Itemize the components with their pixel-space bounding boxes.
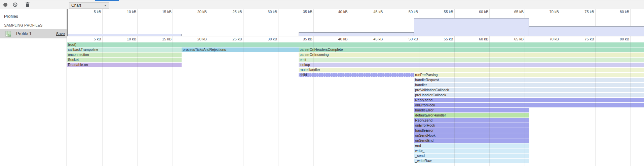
gridline xyxy=(525,36,525,42)
flame-bar-processticksandrejections[interactable]: processTicksAndRejections xyxy=(182,47,299,52)
gridline xyxy=(525,9,525,15)
gridline xyxy=(595,36,596,42)
flame-bar-parseronheaderscomplete[interactable]: parserOnHeadersComplete xyxy=(299,47,644,52)
ruler-tick-label: 50 kB xyxy=(398,10,418,14)
flame-bar-routehandler[interactable]: routeHandler xyxy=(299,68,644,72)
ruler-tick-label: 55 kB xyxy=(433,10,453,14)
svg-text:%: % xyxy=(8,34,10,36)
flame-bar-onconnection[interactable]: onconnection xyxy=(67,53,182,57)
gridline xyxy=(560,36,560,42)
flame-bar-send[interactable]: _send xyxy=(414,154,529,158)
ruler-tick-label: 80 kB xyxy=(609,10,629,14)
gridline xyxy=(595,9,596,15)
overview-segment xyxy=(299,32,414,36)
flame-bar-root[interactable]: (root) xyxy=(67,42,644,47)
active-tab-indicator xyxy=(95,0,119,1)
gridline xyxy=(454,42,455,166)
gridline xyxy=(384,42,384,166)
flame-bar-prehandlercallback[interactable]: preHandlerCallback xyxy=(414,93,644,97)
gridline xyxy=(137,15,138,36)
gridline xyxy=(525,42,525,166)
gridline xyxy=(349,9,349,15)
flame-bar-reply-send[interactable]: Reply.send xyxy=(414,98,644,102)
flame-chart-panel: 5 kB10 kB15 kB20 kB25 kB30 kB35 kB40 kB4… xyxy=(67,9,644,166)
ruler-tick-label: 75 kB xyxy=(574,37,594,41)
gridline xyxy=(278,42,278,166)
ruler-tick-label: 25 kB xyxy=(222,37,242,41)
flame-bar-handleerror[interactable]: handleError xyxy=(414,128,529,133)
profile-name: Profile 1 xyxy=(16,29,32,38)
overview-left-handle[interactable] xyxy=(67,9,68,36)
flame-bar-onerrorhook[interactable]: onErrorHook xyxy=(414,103,644,107)
toolbar-divider xyxy=(21,2,21,7)
gridline xyxy=(173,9,173,15)
ruler-tick-label: 70 kB xyxy=(539,37,559,41)
record-button[interactable] xyxy=(3,3,7,7)
flame-bar-handlerequest[interactable]: handleRequest xyxy=(414,78,644,82)
gridline xyxy=(208,9,208,15)
ruler-tick-label: 30 kB xyxy=(257,10,277,14)
gridline xyxy=(630,36,631,42)
flame-bar-runpreparsing[interactable]: runPreParsing xyxy=(414,73,644,77)
flame-bar-prevalidationcallback[interactable]: preValidationCallback xyxy=(414,88,644,92)
flame-bar-child[interactable]: child xyxy=(299,73,414,77)
memory-overview-pane[interactable] xyxy=(67,15,644,36)
flame-bar-defaulterrorhandler[interactable]: defaultErrorHandler xyxy=(414,113,529,118)
gridline xyxy=(243,15,243,36)
ruler-tick-label: 65 kB xyxy=(503,10,524,14)
gridline xyxy=(278,36,278,42)
ruler-tick-label: 60 kB xyxy=(468,10,488,14)
flame-bar-onsendend[interactable]: onSendEnd xyxy=(414,138,529,143)
gridline xyxy=(137,9,138,15)
gridline xyxy=(278,9,278,15)
chevron-down-icon: ▼ xyxy=(104,3,107,8)
flame-bar-readable-on[interactable]: Readable.on xyxy=(67,63,182,67)
gridline xyxy=(384,9,384,15)
delete-profile-button[interactable] xyxy=(25,2,30,7)
flame-bar-writeraw[interactable]: _writeRaw xyxy=(414,159,529,163)
gridline xyxy=(102,9,103,15)
ruler-tick-label: 30 kB xyxy=(257,37,277,41)
ruler-tick-label: 15 kB xyxy=(151,10,172,14)
ruler-tick-label: 35 kB xyxy=(292,37,312,41)
view-mode-dropdown-value: Chart xyxy=(71,3,81,8)
gridline xyxy=(489,42,490,166)
ruler-tick-label: 60 kB xyxy=(468,37,488,41)
save-profile-link[interactable]: Save xyxy=(56,29,65,38)
gridline xyxy=(595,42,596,166)
gridline xyxy=(278,15,278,36)
gridline xyxy=(102,15,103,36)
sidebar-item-profile-1[interactable]: % Profile 1 Save xyxy=(0,29,67,38)
gridline xyxy=(454,36,455,42)
flame-graph[interactable]: (root)callbackTrampolineprocessTicksAndR… xyxy=(67,42,644,166)
gridline xyxy=(419,36,419,42)
flame-bar-emit[interactable]: emit xyxy=(299,58,644,62)
flame-bar-lookup[interactable]: lookup xyxy=(299,63,644,67)
gridline xyxy=(173,15,173,36)
flame-bar-reply-send[interactable]: Reply.send xyxy=(414,118,529,123)
flame-bar-callbacktrampoline[interactable]: callbackTrampoline xyxy=(67,47,182,52)
ruler-tick-label: 5 kB xyxy=(81,10,101,14)
flame-bar-write[interactable]: write_ xyxy=(414,148,529,153)
trash-icon xyxy=(25,2,30,7)
flame-bar-parseronincoming[interactable]: parserOnIncoming xyxy=(299,53,644,57)
gridline xyxy=(489,9,490,15)
ruler-tick-label: 45 kB xyxy=(363,37,383,41)
flame-bar-socket[interactable]: Socket xyxy=(67,58,182,62)
ruler-tick-label: 45 kB xyxy=(363,10,383,14)
gridline xyxy=(313,9,314,15)
flame-bar-handleerror[interactable]: handleError xyxy=(414,108,529,112)
clear-profiles-button[interactable] xyxy=(13,2,17,7)
ruler-tick-label: 80 kB xyxy=(609,37,629,41)
flame-bar-onerrorhook[interactable]: onErrorHook xyxy=(414,123,529,128)
gridline xyxy=(313,42,314,166)
gridline xyxy=(630,42,631,166)
gridline xyxy=(137,42,138,166)
flame-bar-end[interactable]: end xyxy=(414,143,529,148)
gridline xyxy=(349,36,349,42)
ruler-tick-label: 65 kB xyxy=(503,37,524,41)
memory-ruler-bottom: 5 kB10 kB15 kB20 kB25 kB30 kB35 kB40 kB4… xyxy=(67,36,644,42)
flame-bar-onsendhook[interactable]: onSendHook xyxy=(414,133,529,138)
flame-bar-handler[interactable]: handler xyxy=(414,83,644,87)
view-mode-dropdown[interactable]: Chart ▼ xyxy=(69,2,109,9)
